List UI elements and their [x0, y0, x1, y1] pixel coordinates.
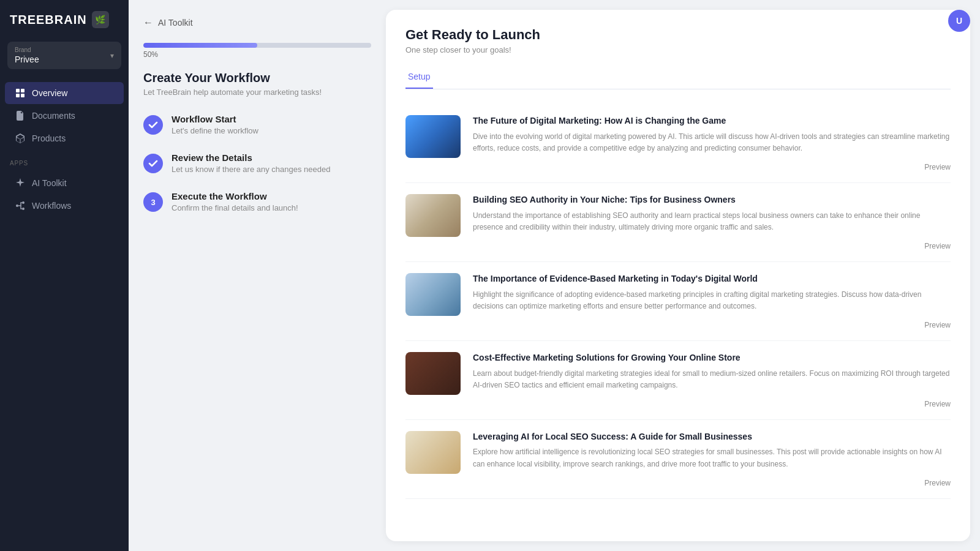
step-2-title: Review the Details	[172, 152, 330, 163]
brand-label: Brand	[15, 47, 39, 53]
preview-link[interactable]: Preview	[473, 396, 951, 408]
article-content: Leveraging AI for Local SEO Success: A G…	[473, 431, 951, 487]
sidebar-item-label: AI Toolkit	[32, 178, 67, 188]
back-label: AI Toolkit	[158, 18, 193, 28]
sidebar-item-label: Workflows	[32, 201, 71, 211]
article-title: Leveraging AI for Local SEO Success: A G…	[473, 431, 951, 443]
step-1: Workflow Start Let's define the workflow	[143, 114, 371, 135]
thumb-placeholder	[405, 273, 461, 316]
tree-icon: 🌿	[95, 15, 105, 24]
article-desc: Dive into the evolving world of digital …	[473, 131, 951, 154]
main-nav: Overview Documents Products	[0, 79, 129, 152]
user-avatar[interactable]: U	[948, 10, 970, 32]
svg-rect-0	[16, 89, 20, 92]
sidebar: TREEBRAIN 🌿 Brand Privee ▾ Overview	[0, 0, 129, 551]
chevron-down-icon: ▾	[110, 51, 114, 60]
main-content: ← AI Toolkit 50% Create Your Workflow Le…	[129, 0, 980, 551]
tab-setup[interactable]: Setup	[405, 67, 433, 89]
article-thumbnail	[405, 115, 461, 158]
article-desc: Highlight the significance of adopting e…	[473, 289, 951, 312]
articles-list: The Future of Digital Marketing: How AI …	[405, 104, 951, 499]
progress-bar-container: 50%	[143, 43, 371, 59]
step-completed-icon	[143, 154, 163, 173]
progress-bar-track	[143, 43, 371, 48]
step-completed-icon	[143, 115, 163, 135]
preview-link[interactable]: Preview	[473, 238, 951, 250]
list-item: Building SEO Authority in Your Niche: Ti…	[405, 183, 951, 262]
article-thumbnail	[405, 194, 461, 237]
step-3-title: Execute the Workflow	[172, 191, 298, 201]
logo-icon: 🌿	[92, 11, 109, 28]
list-item: Cost-Effective Marketing Solutions for G…	[405, 341, 951, 420]
article-title: Building SEO Authority in Your Niche: Ti…	[473, 194, 951, 206]
step-3-desc: Confirm the final details and launch!	[172, 203, 298, 212]
back-arrow-icon: ←	[143, 17, 153, 28]
sidebar-item-workflows[interactable]: Workflows	[5, 195, 124, 217]
flow-icon	[15, 200, 26, 211]
article-thumbnail	[405, 431, 461, 474]
avatar-initials: U	[956, 16, 962, 26]
doc-icon	[15, 110, 26, 121]
panel-title: Get Ready to Launch	[405, 27, 951, 43]
step-2: Review the Details Let us know if there …	[143, 152, 371, 174]
preview-link[interactable]: Preview	[473, 475, 951, 487]
progress-bar-fill	[143, 43, 257, 48]
svg-rect-1	[21, 89, 24, 92]
thumb-placeholder	[405, 352, 461, 395]
sidebar-item-label: Documents	[32, 111, 75, 121]
left-panel: ← AI Toolkit 50% Create Your Workflow Le…	[129, 0, 386, 551]
workflow-subtitle: Let TreeBrain help automate your marketi…	[143, 88, 371, 97]
apps-nav: AI Toolkit Workflows	[0, 169, 129, 220]
article-content: The Future of Digital Marketing: How AI …	[473, 115, 951, 171]
article-desc: Understand the importance of establishin…	[473, 210, 951, 233]
svg-point-4	[16, 204, 18, 207]
svg-point-6	[22, 208, 24, 210]
article-desc: Explore how artificial intelligence is r…	[473, 446, 951, 470]
sidebar-item-label: Products	[32, 133, 66, 143]
apps-section-label: APPS	[0, 152, 129, 169]
right-panel: Get Ready to Launch One step closer to y…	[386, 10, 970, 541]
tab-bar: Setup	[405, 67, 951, 89]
sidebar-item-documents[interactable]: Documents	[5, 105, 124, 127]
article-thumbnail	[405, 273, 461, 316]
step-pending-icon: 3	[143, 192, 163, 212]
list-item: The Importance of Evidence-Based Marketi…	[405, 262, 951, 341]
sidebar-item-label: Overview	[32, 88, 67, 98]
thumb-placeholder	[405, 431, 461, 474]
workflow-title: Create Your Workflow	[143, 71, 371, 85]
svg-rect-3	[21, 94, 24, 97]
list-item: Leveraging AI for Local SEO Success: A G…	[405, 420, 951, 499]
svg-rect-2	[16, 94, 20, 97]
grid-icon	[15, 88, 26, 99]
logo-text: TREEBRAIN	[10, 13, 87, 27]
step-number: 3	[151, 198, 155, 207]
article-content: Cost-Effective Marketing Solutions for G…	[473, 352, 951, 408]
article-title: Cost-Effective Marketing Solutions for G…	[473, 352, 951, 364]
article-content: Building SEO Authority in Your Niche: Ti…	[473, 194, 951, 250]
brand-name: Privee	[15, 54, 39, 64]
panel-subtitle: One step closer to your goals!	[405, 45, 951, 54]
logo-area: TREEBRAIN 🌿	[0, 0, 129, 39]
sidebar-item-products[interactable]: Products	[5, 127, 124, 149]
step-1-content: Workflow Start Let's define the workflow	[172, 114, 258, 135]
back-navigation[interactable]: ← AI Toolkit	[143, 17, 371, 28]
article-title: The Importance of Evidence-Based Marketi…	[473, 273, 951, 285]
preview-link[interactable]: Preview	[473, 317, 951, 329]
step-3-content: Execute the Workflow Confirm the final d…	[172, 191, 298, 212]
step-1-title: Workflow Start	[172, 114, 258, 124]
step-3: 3 Execute the Workflow Confirm the final…	[143, 191, 371, 212]
list-item: The Future of Digital Marketing: How AI …	[405, 104, 951, 183]
sidebar-item-overview[interactable]: Overview	[5, 82, 124, 104]
box-icon	[15, 133, 26, 144]
brand-info: Brand Privee	[15, 47, 39, 64]
step-2-desc: Let us know if there are any changes nee…	[172, 165, 330, 174]
svg-point-5	[22, 201, 24, 204]
step-1-desc: Let's define the workflow	[172, 126, 258, 135]
step-2-content: Review the Details Let us know if there …	[172, 152, 330, 174]
brand-selector[interactable]: Brand Privee ▾	[7, 42, 121, 69]
thumb-placeholder	[405, 194, 461, 237]
sidebar-item-ai-toolkit[interactable]: AI Toolkit	[5, 172, 124, 194]
article-thumbnail	[405, 352, 461, 395]
preview-link[interactable]: Preview	[473, 159, 951, 171]
article-content: The Importance of Evidence-Based Marketi…	[473, 273, 951, 329]
